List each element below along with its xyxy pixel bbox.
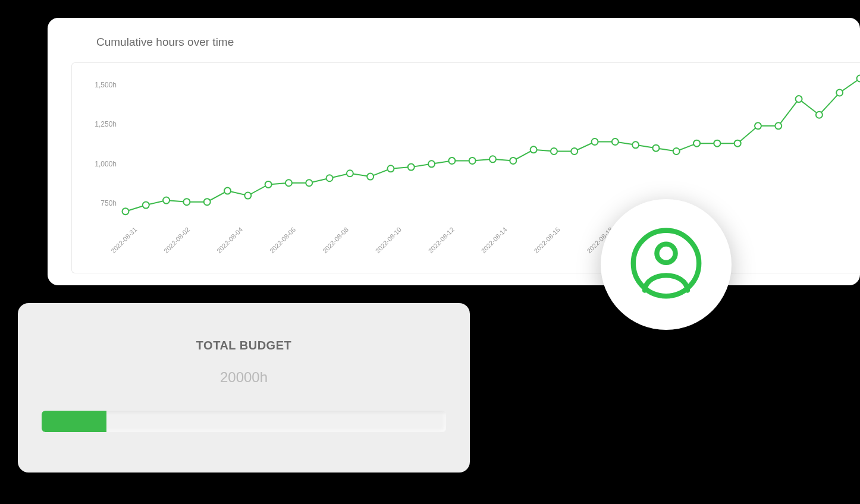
svg-point-37	[796, 96, 802, 102]
person-icon	[630, 228, 702, 301]
svg-text:2022-08-04: 2022-08-04	[215, 226, 244, 254]
svg-point-8	[204, 199, 211, 205]
svg-point-38	[816, 112, 823, 118]
svg-point-19	[428, 160, 435, 167]
svg-point-22	[489, 156, 496, 162]
svg-text:2022-08-02: 2022-08-02	[162, 226, 191, 254]
svg-text:2022-08-14: 2022-08-14	[480, 226, 509, 254]
svg-point-36	[775, 122, 781, 129]
svg-point-53	[657, 244, 675, 263]
budget-value: 20000h	[220, 369, 268, 386]
svg-point-18	[408, 164, 415, 171]
chart-card: Cumulative hours over time 750h1,000h1,2…	[48, 18, 860, 285]
budget-progress	[42, 411, 446, 432]
svg-point-23	[510, 158, 516, 164]
chart-frame: 750h1,000h1,250h1,500h2022-08-312022-08-…	[71, 62, 860, 273]
budget-title: TOTAL BUDGET	[196, 339, 291, 352]
svg-point-35	[755, 122, 761, 129]
svg-point-4	[123, 208, 129, 215]
svg-point-29	[632, 141, 639, 148]
svg-point-39	[836, 89, 843, 96]
svg-point-24	[531, 146, 537, 153]
budget-card: TOTAL BUDGET 20000h	[18, 303, 470, 472]
svg-point-21	[469, 158, 476, 164]
user-badge	[601, 199, 732, 330]
svg-text:2022-08-10: 2022-08-10	[374, 226, 403, 254]
svg-point-30	[652, 145, 659, 152]
svg-text:2022-08-12: 2022-08-12	[427, 226, 456, 254]
svg-text:750h: 750h	[101, 199, 117, 207]
chart-title: Cumulative hours over time	[96, 36, 860, 49]
svg-text:2022-08-31: 2022-08-31	[109, 226, 138, 254]
svg-text:2022-08-06: 2022-08-06	[268, 226, 297, 254]
svg-text:1,000h: 1,000h	[95, 160, 117, 168]
svg-point-32	[693, 140, 700, 147]
svg-point-5	[143, 202, 149, 209]
svg-point-15	[347, 170, 353, 177]
svg-point-6	[163, 197, 170, 204]
svg-text:1,500h: 1,500h	[95, 81, 117, 89]
svg-point-20	[448, 158, 455, 164]
svg-point-14	[327, 175, 333, 181]
svg-text:1,250h: 1,250h	[95, 120, 117, 128]
svg-point-34	[735, 140, 741, 147]
svg-point-12	[285, 179, 292, 186]
svg-text:2022-08-08: 2022-08-08	[321, 226, 350, 254]
svg-point-33	[714, 140, 720, 147]
svg-point-11	[265, 181, 272, 188]
svg-point-7	[183, 199, 190, 205]
svg-point-28	[612, 138, 619, 145]
svg-point-25	[551, 148, 557, 155]
svg-point-13	[306, 179, 312, 186]
svg-point-16	[367, 174, 373, 180]
svg-point-40	[857, 75, 861, 81]
line-chart: 750h1,000h1,250h1,500h2022-08-312022-08-…	[72, 63, 860, 273]
svg-point-17	[387, 165, 394, 172]
svg-point-31	[673, 148, 680, 155]
svg-point-10	[244, 193, 251, 199]
svg-point-9	[224, 188, 231, 194]
svg-point-26	[571, 148, 577, 155]
budget-progress-fill	[42, 411, 106, 432]
svg-point-27	[592, 138, 598, 145]
svg-text:2022-08-16: 2022-08-16	[532, 226, 561, 254]
